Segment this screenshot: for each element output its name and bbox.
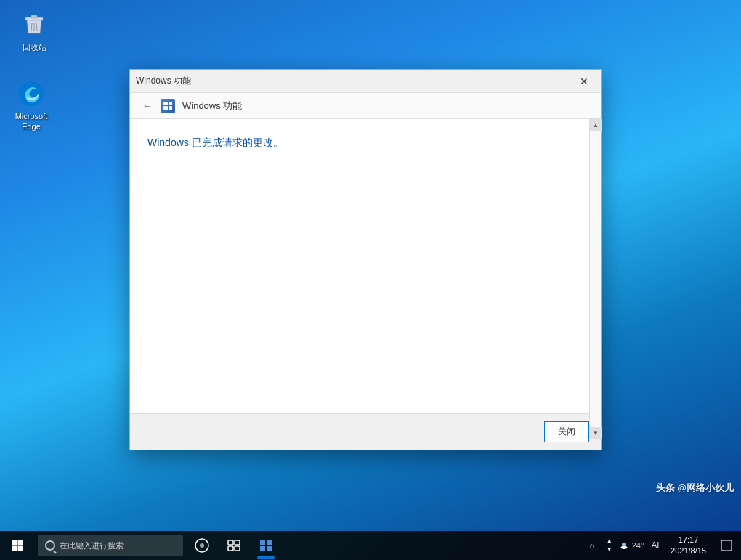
- taskbar-search[interactable]: 在此键入进行搜索: [38, 535, 183, 556]
- tray-scroll[interactable]: ▲ ▼: [607, 537, 612, 554]
- search-placeholder: 在此键入进行搜索: [60, 540, 124, 551]
- dialog-title: Windows 功能: [136, 75, 191, 87]
- svg-rect-1: [31, 15, 37, 18]
- dialog-nav: ← Windows 功能: [130, 93, 601, 119]
- system-tray: ⌂ ▲ ▼ 24° Ai 17:17 2021/8/15: [583, 531, 741, 560]
- nav-back-button[interactable]: ←: [139, 97, 156, 115]
- start-button[interactable]: [0, 531, 35, 560]
- svg-rect-22: [721, 540, 732, 551]
- cortana-button[interactable]: [186, 531, 218, 560]
- recycle-bin-label: 回收站: [23, 42, 46, 52]
- watermark: 头条 @网络小伙儿: [656, 482, 734, 495]
- svg-rect-14: [228, 546, 233, 551]
- features-icon: [161, 99, 175, 113]
- svg-rect-7: [18, 540, 24, 545]
- close-button[interactable]: 关闭: [544, 421, 589, 442]
- desktop: 回收站 Microsoft Edge Windows 功能 ✕ ←: [0, 0, 741, 531]
- svg-rect-9: [18, 546, 24, 552]
- dialog-content: Windows 已完成请求的更改。: [130, 119, 601, 413]
- svg-rect-18: [260, 546, 265, 551]
- dialog-footer: 关闭: [130, 413, 601, 450]
- svg-rect-17: [267, 540, 272, 545]
- scroll-up-button[interactable]: ▲: [590, 119, 602, 131]
- recycle-bin-icon[interactable]: 回收站: [9, 7, 60, 55]
- close-icon: ✕: [580, 76, 588, 87]
- svg-text:⌂: ⌂: [589, 541, 594, 550]
- clock-time: 17:17: [679, 535, 699, 545]
- search-icon: [45, 540, 55, 551]
- windows-features-dialog: Windows 功能 ✕ ← Windows 功能 Win: [129, 69, 602, 450]
- weather-tray[interactable]: 24°: [615, 531, 647, 560]
- dialog-scrollbar[interactable]: ▲ ▼: [589, 119, 601, 439]
- notification-button[interactable]: [715, 531, 738, 560]
- completion-message: Windows 已完成请求的更改。: [147, 137, 583, 150]
- svg-rect-8: [12, 546, 17, 552]
- svg-point-11: [200, 543, 204, 548]
- svg-rect-12: [228, 540, 233, 545]
- svg-rect-15: [235, 546, 240, 551]
- taskbar: 在此键入进行搜索 ⌂: [0, 531, 741, 560]
- task-view-button[interactable]: [218, 531, 250, 560]
- clock-date: 2021/8/15: [671, 545, 706, 556]
- edge-icon[interactable]: Microsoft Edge: [6, 76, 57, 135]
- edge-icon-image: [17, 79, 46, 108]
- system-clock[interactable]: 17:17 2021/8/15: [663, 531, 713, 560]
- dialog-titlebar: Windows 功能 ✕: [130, 70, 601, 93]
- svg-rect-16: [260, 540, 265, 545]
- recycle-bin-image: [20, 10, 49, 39]
- svg-rect-13: [235, 540, 240, 545]
- back-arrow-icon: ←: [142, 100, 153, 112]
- taskbar-windows-features[interactable]: [250, 531, 282, 560]
- nav-title-label: Windows 功能: [182, 100, 242, 113]
- svg-rect-6: [12, 540, 17, 545]
- dialog-close-button[interactable]: ✕: [567, 70, 601, 93]
- tray-icon-1[interactable]: ⌂: [586, 531, 604, 560]
- scroll-down-button[interactable]: ▼: [590, 427, 602, 439]
- ai-label[interactable]: Ai: [648, 531, 662, 560]
- edge-label: Microsoft Edge: [9, 111, 54, 132]
- svg-rect-19: [267, 546, 272, 551]
